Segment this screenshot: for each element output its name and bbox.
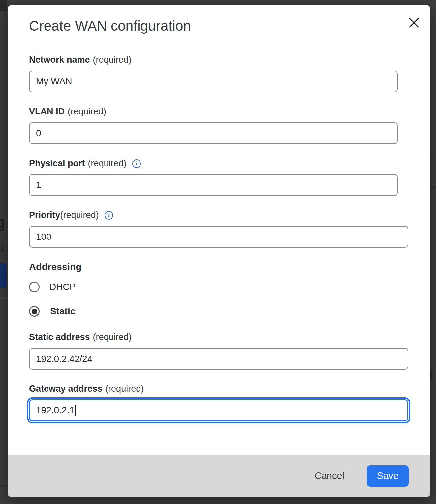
radio-button-icon [29, 306, 40, 317]
close-icon [408, 17, 420, 28]
field-label: VLAN ID [29, 107, 65, 117]
radio-button-icon [29, 282, 40, 292]
required-hint: (required) [68, 107, 106, 117]
field-network-name: Network name (required) My WAN [29, 55, 398, 92]
background-text-fragment: g [0, 213, 6, 232]
required-hint: (required) [93, 332, 132, 342]
radio-option-static[interactable]: Static [29, 306, 75, 317]
field-gateway-address: Gateway address (required) 192.0.2.1 [29, 384, 408, 421]
create-wan-configuration-dialog: Create WAN configuration Network name (r… [8, 5, 430, 497]
background-button-fragment [0, 263, 7, 288]
input-value: My WAN [36, 76, 72, 87]
dialog-title: Create WAN configuration [29, 18, 191, 34]
close-button[interactable] [406, 15, 422, 31]
required-hint: (required) [105, 384, 144, 394]
background-text-fragment: u [0, 241, 4, 254]
field-physical-port: Physical port (required) i 1 [29, 158, 398, 196]
addressing-heading: Addressing [29, 262, 82, 272]
info-icon[interactable]: i [105, 211, 113, 220]
background-divider [0, 298, 8, 299]
cancel-button[interactable]: Cancel [309, 467, 350, 485]
network-name-input[interactable]: My WAN [29, 71, 398, 92]
priority-input[interactable]: 100 [29, 226, 408, 248]
input-value: 100 [36, 232, 51, 242]
background-divider [430, 156, 436, 157]
input-value: 192.0.2.42/24 [36, 354, 92, 364]
background-divider [430, 187, 436, 188]
text-cursor [75, 405, 76, 416]
field-label: Network name [29, 55, 90, 65]
field-priority: Priority (required) i 100 [29, 210, 408, 248]
radio-option-dhcp[interactable]: DHCP [29, 282, 76, 292]
gateway-address-input[interactable]: 192.0.2.1 [29, 399, 408, 421]
info-icon[interactable]: i [132, 159, 141, 168]
radio-label: Static [50, 306, 75, 317]
field-static-address: Static address (required) 192.0.2.42/24 [29, 332, 408, 370]
static-address-input[interactable]: 192.0.2.42/24 [29, 348, 408, 370]
required-hint: (required) [88, 158, 127, 169]
background-dark-corner [0, 0, 7, 11]
field-label: Priority [29, 210, 60, 220]
input-value: 192.0.2.1 [36, 405, 75, 416]
field-vlan-id: VLAN ID (required) 0 [29, 107, 398, 144]
field-label: Physical port [29, 158, 85, 169]
radio-label: DHCP [49, 282, 76, 292]
field-label: Gateway address [29, 384, 102, 394]
field-label: Static address [29, 332, 90, 342]
vlan-id-input[interactable]: 0 [29, 122, 398, 144]
screen: g u : l t Create WAN configuration Netwo… [0, 0, 436, 504]
dialog-footer: Cancel Save [8, 455, 430, 497]
input-value: 1 [36, 180, 41, 190]
physical-port-input[interactable]: 1 [29, 174, 398, 196]
required-hint: (required) [60, 210, 99, 220]
background-divider [0, 485, 8, 486]
save-button[interactable]: Save [367, 465, 409, 487]
required-hint: (required) [93, 55, 132, 65]
input-value: 0 [36, 128, 41, 139]
